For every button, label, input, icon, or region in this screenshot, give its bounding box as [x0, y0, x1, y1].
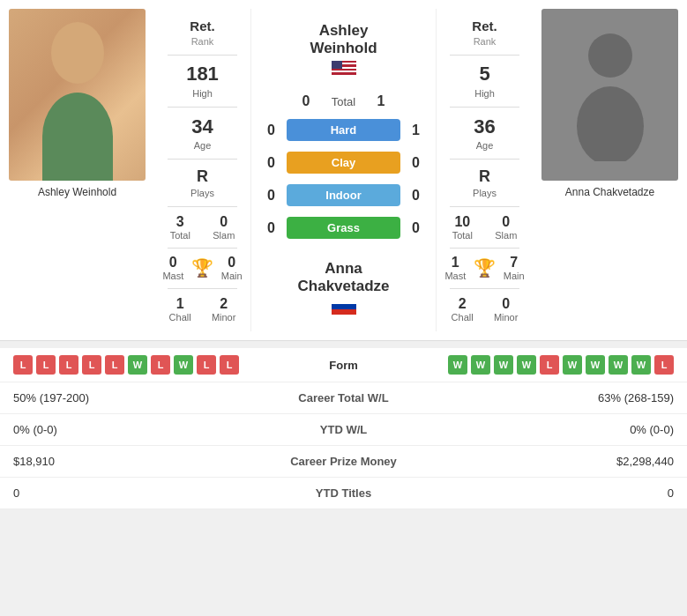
chall-block: 1 Chall [169, 296, 191, 323]
mast-label: Mast [162, 271, 183, 281]
left-rank-label: Rank [190, 35, 214, 48]
slam-label: Slam [495, 230, 517, 241]
right-total-score: 1 [370, 93, 392, 109]
main-container: Ashley Weinhold Ret. Rank 181 High 34 Ag… [0, 0, 687, 509]
left-plays-value: R [190, 167, 214, 187]
form-badge-right: W [471, 355, 490, 375]
total-block: 10 Total [452, 214, 473, 241]
right-player-photo-section: Anna Chakvetadze [533, 9, 687, 331]
indoor-button: Indoor [287, 184, 400, 206]
minor-block: 2 Minor [212, 296, 236, 323]
chall-value: 2 [459, 296, 467, 312]
left-player-main-name: Ashley Weinhold [310, 22, 377, 57]
slam-value: 0 [502, 214, 510, 230]
stat-center: YTD Titles [241, 478, 447, 509]
hard-row: 0 Hard 1 [260, 116, 427, 144]
trophy-icon: 🏆 [191, 257, 213, 278]
left-high-value: 181 [186, 62, 219, 87]
left-age-label: Age [191, 139, 213, 152]
hard-button: Hard [287, 119, 400, 141]
left-ret-block: Ret. Rank [190, 18, 214, 48]
slam-block: 0 Slam [495, 214, 517, 241]
grass-button: Grass [287, 217, 400, 239]
left-flag [332, 61, 356, 81]
center-section: Ashley Weinhold 0 Total 1 0 Hard 1 [251, 9, 436, 331]
left-form-badges: LLLLLWLWLL [13, 355, 291, 375]
form-badge-left: L [82, 355, 101, 375]
stat-left: 0% (0-0) [0, 414, 241, 446]
right-ret-label: Ret. [472, 18, 497, 35]
form-badge-right: W [517, 355, 536, 375]
stat-center: Career Total W/L [241, 382, 447, 414]
chall-label: Chall [169, 312, 191, 323]
chall-label: Chall [452, 312, 474, 323]
stats-row: 0 YTD Titles 0 [0, 478, 687, 509]
form-badge-left: L [197, 355, 216, 375]
form-badge-right: W [609, 355, 628, 375]
player-comparison: Ashley Weinhold Ret. Rank 181 High 34 Ag… [0, 0, 687, 341]
clay-row: 0 Clay 0 [260, 149, 427, 176]
right-player-image [541, 9, 678, 181]
form-badge-right: W [448, 355, 467, 375]
main-label: Main [221, 271, 243, 281]
form-badge-left: L [220, 355, 239, 375]
left-indoor-score: 0 [260, 188, 282, 204]
stat-right: 63% (268-159) [446, 382, 687, 414]
total-slam-row: 10 Total 0 Slam [441, 214, 528, 241]
left-high-block: 181 High [186, 62, 219, 100]
chall-value: 1 [176, 296, 184, 312]
right-age-block: 36 Age [474, 115, 495, 152]
total-score-row: 0 Total 1 [260, 93, 427, 109]
left-total-score: 0 [295, 93, 317, 109]
right-flag [332, 299, 356, 319]
stats-row: 0% (0-0) YTD W/L 0% (0-0) [0, 414, 687, 446]
main-label: Main [504, 271, 525, 281]
clay-button: Clay [287, 152, 400, 174]
mast-value: 0 [169, 255, 177, 271]
chall-minor-row: 1 Chall 2 Minor [159, 296, 246, 323]
left-grass-score: 0 [260, 220, 282, 236]
right-indoor-score: 0 [405, 188, 427, 204]
slam-value: 0 [220, 214, 228, 230]
right-hard-score: 1 [405, 122, 427, 138]
stat-right: $2,298,440 [446, 446, 687, 478]
right-high-block: 5 High [474, 62, 495, 100]
bottom-section: LLLLLWLWLL Form WWWWLWWWWL 50% (197-200)… [0, 348, 687, 509]
right-stats-panel: Ret. Rank 5 High 36 Age R Plays 10 Total [436, 9, 533, 331]
form-badge-left: L [13, 355, 33, 375]
minor-value: 0 [502, 296, 510, 312]
left-age-value: 34 [191, 115, 213, 140]
total-label: Total [170, 230, 190, 241]
form-badge-left: L [36, 355, 56, 375]
form-badge-left: W [174, 355, 193, 375]
stat-right: 0 [446, 478, 687, 509]
left-player-header: Ashley Weinhold [310, 13, 377, 89]
left-plays-label: Plays [190, 187, 214, 199]
minor-label: Minor [212, 312, 236, 323]
left-age-block: 34 Age [191, 115, 213, 152]
stat-center: YTD W/L [241, 414, 447, 446]
mast-label: Mast [444, 271, 466, 281]
right-plays-label: Plays [473, 187, 497, 199]
right-age-value: 36 [474, 115, 495, 140]
stat-left: 50% (197-200) [0, 382, 241, 414]
indoor-row: 0 Indoor 0 [260, 182, 427, 209]
right-player-main-name: Anna Chakvetadze [298, 260, 390, 295]
form-badge-right: L [654, 355, 674, 375]
chall-block: 2 Chall [452, 296, 474, 323]
main-block: 7 Main [504, 255, 525, 281]
left-player-image [9, 9, 146, 181]
left-clay-score: 0 [260, 155, 282, 171]
form-badge-left: W [128, 355, 147, 375]
total-label: Total [452, 230, 473, 241]
mast-main-row: 0 Mast 🏆 0 Main [159, 255, 246, 281]
left-high-label: High [186, 87, 219, 100]
right-rank-label: Rank [472, 35, 497, 48]
right-high-value: 5 [474, 62, 495, 87]
minor-block: 0 Minor [494, 296, 519, 323]
right-clay-score: 0 [405, 155, 427, 171]
left-stats-panel: Ret. Rank 181 High 34 Age R Plays 3 Tota… [154, 9, 251, 331]
minor-value: 2 [220, 296, 228, 312]
right-player-header: Anna Chakvetadze [298, 251, 390, 327]
main-value: 0 [228, 255, 235, 271]
